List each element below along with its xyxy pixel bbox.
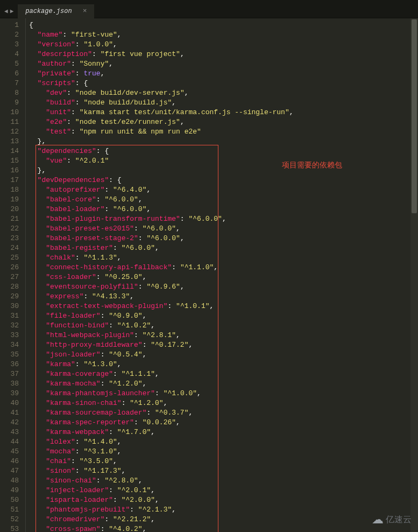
vertical-scrollbar[interactable] (410, 18, 418, 532)
code-line[interactable]: "dependencies": { (29, 146, 418, 156)
line-number: 30 (0, 302, 19, 311)
code-line[interactable]: "express": "^4.13.3", (29, 292, 418, 302)
line-number: 12 (0, 127, 19, 137)
code-line[interactable]: "cross-spawn": "^4.0.2", (29, 524, 418, 532)
code-line[interactable]: "karma-webpack": "^1.7.0", (29, 428, 418, 437)
code-line[interactable]: "eventsource-polyfill": "^0.9.6", (29, 282, 418, 292)
nav-right-icon[interactable]: ▶ (10, 8, 14, 15)
line-number: 46 (0, 457, 19, 466)
line-number: 4 (0, 50, 19, 59)
line-number: 50 (0, 495, 19, 505)
line-number: 28 (0, 282, 19, 292)
code-line[interactable]: "vue": "^2.0.1" (29, 156, 418, 166)
code-line[interactable]: "build": "node build/build.js", (29, 98, 418, 108)
code-line[interactable]: "name": "first-vue", (29, 30, 418, 40)
line-number: 32 (0, 321, 19, 331)
line-number: 44 (0, 437, 19, 447)
code-line[interactable]: "devDependencies": { (29, 176, 418, 185)
code-line[interactable]: "css-loader": "^0.25.0", (29, 272, 418, 282)
line-number: 45 (0, 447, 19, 457)
line-number: 5 (0, 59, 19, 69)
line-number: 53 (0, 524, 19, 532)
code-line[interactable]: "karma-sinon-chai": "^1.2.0", (29, 398, 418, 408)
code-line[interactable]: "file-loader": "^0.9.0", (29, 311, 418, 321)
code-line[interactable]: "connect-history-api-fallback": "^1.1.0"… (29, 263, 418, 272)
code-line[interactable]: "e2e": "node test/e2e/runner.js", (29, 117, 418, 127)
code-line[interactable]: "http-proxy-middleware": "^0.17.2", (29, 340, 418, 350)
line-number: 13 (0, 137, 19, 146)
code-line[interactable]: "function-bind": "^1.0.2", (29, 321, 418, 331)
code-line[interactable]: "karma-spec-reporter": "0.0.26", (29, 418, 418, 428)
code-line[interactable]: "mocha": "^3.1.0", (29, 447, 418, 457)
line-number-gutter: 1234567891011121314151617181920212223242… (0, 18, 26, 532)
code-line[interactable]: "karma-phantomjs-launcher": "^1.0.0", (29, 389, 418, 398)
code-line[interactable]: }, (29, 166, 418, 176)
code-line[interactable]: { (29, 20, 418, 30)
code-line[interactable]: "karma": "^1.3.0", (29, 360, 418, 369)
line-number: 14 (0, 146, 19, 156)
line-number: 19 (0, 195, 19, 205)
line-number: 8 (0, 88, 19, 98)
close-icon[interactable]: × (83, 7, 87, 15)
line-number: 9 (0, 98, 19, 108)
code-line[interactable]: "isparta-loader": "^2.0.0", (29, 495, 418, 505)
annotation-text: 项目需要的依赖包 (282, 160, 342, 170)
line-number: 16 (0, 166, 19, 176)
line-number: 22 (0, 224, 19, 234)
line-number: 23 (0, 234, 19, 243)
line-number: 37 (0, 369, 19, 379)
line-number: 29 (0, 292, 19, 302)
code-line[interactable]: "version": "1.0.0", (29, 40, 418, 50)
code-line[interactable]: "phantomjs-prebuilt": "^2.1.3", (29, 505, 418, 515)
code-line[interactable]: "chalk": "^1.1.3", (29, 253, 418, 263)
code-line[interactable]: "lolex": "^1.4.0", (29, 437, 418, 447)
code-line[interactable]: "karma-sourcemap-loader": "^0.3.7", (29, 408, 418, 418)
line-number: 35 (0, 350, 19, 360)
code-line[interactable]: "inject-loader": "^2.0.1", (29, 486, 418, 495)
code-line[interactable]: "description": "first vue project", (29, 50, 418, 59)
tab-package-json[interactable]: package.json × (18, 4, 94, 18)
code-line[interactable]: "test": "npm run unit && npm run e2e" (29, 127, 418, 137)
code-line[interactable]: "dev": "node build/dev-server.js", (29, 88, 418, 98)
line-number: 20 (0, 205, 19, 214)
code-line[interactable]: "extract-text-webpack-plugin": "^1.0.1", (29, 302, 418, 311)
code-line[interactable]: "scripts": { (29, 79, 418, 88)
nav-left-icon[interactable]: ◀ (4, 8, 8, 15)
line-number: 27 (0, 272, 19, 282)
code-line[interactable]: }, (29, 137, 418, 146)
code-line[interactable]: "karma-coverage": "^1.1.1", (29, 369, 418, 379)
code-line[interactable]: "author": "Sonny", (29, 59, 418, 69)
code-content[interactable]: { "name": "first-vue", "version": "1.0.0… (26, 18, 418, 532)
line-number: 39 (0, 389, 19, 398)
tab-filename: package.json (25, 8, 72, 15)
line-number: 48 (0, 476, 19, 486)
nav-arrows: ◀ ▶ (0, 8, 18, 15)
line-number: 15 (0, 156, 19, 166)
code-line[interactable]: "chai": "^3.5.0", (29, 457, 418, 466)
code-line[interactable]: "babel-preset-stage-2": "^6.0.0", (29, 234, 418, 243)
code-line[interactable]: "babel-register": "^6.0.0", (29, 243, 418, 253)
line-number: 18 (0, 185, 19, 195)
code-line[interactable]: "json-loader": "^0.5.4", (29, 350, 418, 360)
code-line[interactable]: "autoprefixer": "^6.4.0", (29, 185, 418, 195)
code-line[interactable]: "sinon": "^1.17.3", (29, 466, 418, 476)
code-line[interactable]: "chromedriver": "^2.21.2", (29, 515, 418, 524)
code-line[interactable]: "private": true, (29, 69, 418, 79)
code-line[interactable]: "babel-loader": "^6.0.0", (29, 205, 418, 214)
watermark-text: 亿速云 (386, 514, 412, 526)
code-line[interactable]: "unit": "karma start test/unit/karma.con… (29, 108, 418, 117)
editor-area: 1234567891011121314151617181920212223242… (0, 18, 418, 532)
cloud-icon: ☁ (372, 513, 384, 527)
code-line[interactable]: "karma-mocha": "^1.2.0", (29, 379, 418, 389)
line-number: 41 (0, 408, 19, 418)
code-line[interactable]: "babel-core": "^6.0.0", (29, 195, 418, 205)
code-line[interactable]: "sinon-chai": "^2.8.0", (29, 476, 418, 486)
code-line[interactable]: "babel-plugin-transform-runtime": "^6.0.… (29, 214, 418, 224)
code-line[interactable]: "babel-preset-es2015": "^6.0.0", (29, 224, 418, 234)
scroll-thumb[interactable] (412, 19, 417, 213)
line-number: 7 (0, 79, 19, 88)
line-number: 49 (0, 486, 19, 495)
code-line[interactable]: "html-webpack-plugin": "^2.8.1", (29, 331, 418, 340)
line-number: 51 (0, 505, 19, 515)
line-number: 1 (0, 20, 19, 30)
